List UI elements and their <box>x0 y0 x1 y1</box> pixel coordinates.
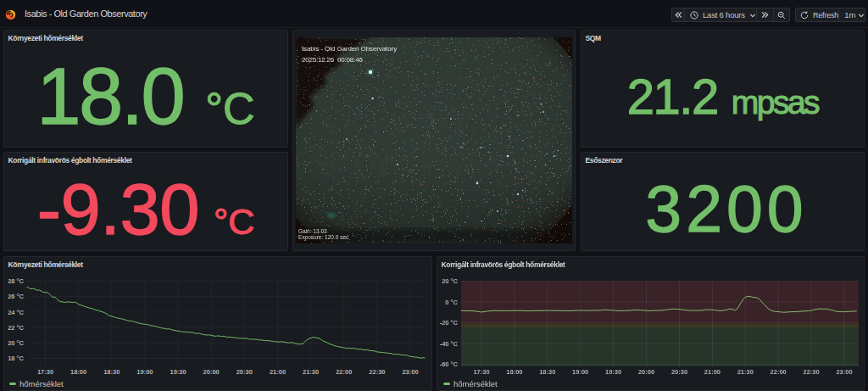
svg-text:20:30: 20:30 <box>671 368 687 376</box>
svg-text:0 °C: 0 °C <box>445 299 458 306</box>
svg-text:21:30: 21:30 <box>303 368 319 376</box>
svg-text:17:30: 17:30 <box>473 368 489 376</box>
svg-text:21:30: 21:30 <box>737 368 754 376</box>
svg-text:18:00: 18:00 <box>506 368 522 376</box>
svg-text:17:30: 17:30 <box>37 368 53 376</box>
svg-text:21:00: 21:00 <box>270 368 286 376</box>
svg-text:Isabis - Old Garden Observator: Isabis - Old Garden Observatory <box>302 45 397 53</box>
svg-text:19:00: 19:00 <box>136 368 153 376</box>
svg-text:-20 °C: -20 °C <box>440 319 459 327</box>
svg-text:22 °C: 22 °C <box>8 324 24 332</box>
svg-text:22:30: 22:30 <box>804 368 820 376</box>
svg-text:23:00: 23:00 <box>836 368 852 376</box>
svg-text:-60 °C: -60 °C <box>440 360 459 368</box>
svg-text:18 °C: 18 °C <box>8 355 24 362</box>
svg-text:19:00: 19:00 <box>572 368 588 376</box>
svg-text:18:30: 18:30 <box>103 368 120 376</box>
svg-text:2025.12.26 00:08:46: 2025.12.26 00:08:46 <box>302 56 363 64</box>
svg-text:20 °C: 20 °C <box>442 277 458 285</box>
svg-text:21:00: 21:00 <box>704 368 721 376</box>
svg-text:20:30: 20:30 <box>236 368 253 376</box>
svg-text:26 °C: 26 °C <box>8 293 24 300</box>
svg-text:20 °C: 20 °C <box>8 339 24 347</box>
svg-text:22:00: 22:00 <box>336 368 352 376</box>
svg-text:22:00: 22:00 <box>771 368 787 376</box>
svg-text:19:30: 19:30 <box>170 368 186 376</box>
svg-text:-40 °C: -40 °C <box>440 340 459 348</box>
svg-text:20:00: 20:00 <box>203 368 220 376</box>
svg-text:24 °C: 24 °C <box>8 309 24 316</box>
svg-text:28 °C: 28 °C <box>8 277 24 285</box>
svg-text:Exposure: 120.0 sec: Exposure: 120.0 sec <box>298 234 349 241</box>
svg-text:19:30: 19:30 <box>605 368 621 376</box>
svg-text:18:30: 18:30 <box>539 368 555 376</box>
svg-text:20:00: 20:00 <box>638 368 654 376</box>
svg-text:22:30: 22:30 <box>369 368 385 376</box>
svg-text:Gain: 13.03: Gain: 13.03 <box>298 228 327 234</box>
svg-text:18:00: 18:00 <box>70 368 86 376</box>
svg-text:23:00: 23:00 <box>402 368 418 376</box>
